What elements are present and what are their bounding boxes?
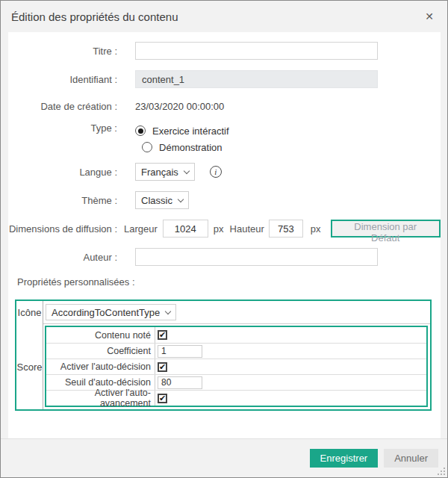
enregistrer-button[interactable]: Enregistrer xyxy=(310,449,379,468)
icone-select[interactable]: AccordingToContentType xyxy=(46,304,176,320)
icone-row: AccordingToContentType xyxy=(43,301,430,324)
hauteur-label: Hauteur xyxy=(230,223,264,235)
seuil-auto-decision-input[interactable] xyxy=(158,376,202,389)
dimensions-label: Dimensions de diffusion : xyxy=(8,223,117,235)
custom-properties-box: Icône Score AccordingToContentType Conte… xyxy=(15,299,432,411)
edit-content-properties-dialog: Édition des propriétés du contenu ✕ Titr… xyxy=(0,0,448,478)
type-label: Type : xyxy=(8,122,117,134)
largeur-unit: px xyxy=(214,223,224,235)
auteur-input[interactable] xyxy=(135,248,378,266)
close-icon[interactable]: ✕ xyxy=(422,10,437,23)
custom-properties-label-column: Icône Score xyxy=(16,301,43,409)
activer-auto-decision-checkbox[interactable] xyxy=(158,362,167,372)
radio-label: Démonstration xyxy=(159,142,223,153)
radio-icon[interactable] xyxy=(142,142,152,152)
theme-select[interactable]: Classic xyxy=(135,191,189,209)
identifiant-row: Identifiant : content_1 xyxy=(8,70,441,88)
theme-row: Thème : Classic xyxy=(8,191,441,209)
type-option-exercice-interactif[interactable]: Exercice intéractif xyxy=(135,122,229,139)
radio-label: Exercice intéractif xyxy=(152,125,229,137)
score-label: Score xyxy=(16,324,43,409)
theme-label: Thème : xyxy=(8,195,117,206)
score-row-label: Contenu noté xyxy=(46,327,155,343)
activer-auto-avancement-checkbox[interactable] xyxy=(158,394,167,403)
custom-properties-section-label: Propriétés personnalisées : xyxy=(17,276,441,288)
identifiant-label: Identifiant : xyxy=(8,74,117,85)
score-row-auto-decision: Activer l'auto-décision xyxy=(46,358,426,374)
custom-properties-content-column: AccordingToContentType Contenu noté Coef… xyxy=(43,301,430,409)
dimension-par-defaut-button[interactable]: Dimension par Défaut xyxy=(331,220,441,238)
coefficient-input[interactable] xyxy=(158,345,202,358)
titre-label: Titre : xyxy=(8,46,117,57)
date-creation-row: Date de création : 23/03/2020 00:00:00 xyxy=(8,99,441,114)
hauteur-unit: px xyxy=(311,223,321,235)
chevron-down-icon xyxy=(165,308,171,314)
largeur-input[interactable] xyxy=(163,220,208,238)
dialog-titlebar: Édition des propriétés du contenu ✕ xyxy=(1,1,447,32)
dimensions-row: Dimensions de diffusion : Largeur px Hau… xyxy=(8,220,441,238)
auteur-row: Auteur : xyxy=(8,248,441,266)
icone-selected-value: AccordingToContentType xyxy=(52,307,160,318)
resize-grip[interactable] xyxy=(438,468,445,475)
largeur-label: Largeur xyxy=(124,223,158,235)
date-creation-label: Date de création : xyxy=(8,101,117,112)
langue-label: Langue : xyxy=(8,167,117,178)
dialog-title: Édition des propriétés du contenu xyxy=(11,10,422,23)
hauteur-input[interactable] xyxy=(269,220,303,238)
type-option-demonstration[interactable]: Démonstration xyxy=(142,139,223,155)
identifiant-readonly-field: content_1 xyxy=(135,70,378,88)
icone-label: Icône xyxy=(16,301,43,324)
titre-row: Titre : xyxy=(8,42,441,60)
score-box: Contenu noté Coefficient Activer l'auto-… xyxy=(45,326,428,407)
date-creation-value: 23/03/2020 00:00:00 xyxy=(135,101,224,112)
dialog-footer: Enregistrer Annuler xyxy=(1,438,447,477)
langue-row: Langue : Français i xyxy=(8,163,441,181)
info-icon[interactable]: i xyxy=(210,166,222,178)
dialog-content-panel: Titre : Identifiant : content_1 Date de … xyxy=(8,32,441,440)
radio-icon[interactable] xyxy=(135,125,146,136)
titre-input[interactable] xyxy=(135,42,378,60)
auteur-label: Auteur : xyxy=(8,252,117,263)
score-row-contenu-note: Contenu noté xyxy=(46,327,426,343)
score-row-label: Activer l'auto-décision xyxy=(46,359,155,374)
chevron-down-icon xyxy=(178,196,184,202)
annuler-button[interactable]: Annuler xyxy=(384,449,438,468)
theme-selected-value: Classic xyxy=(141,195,172,206)
langue-selected-value: Français xyxy=(141,167,178,178)
contenu-note-checkbox[interactable] xyxy=(158,330,167,340)
score-row-label: Activer l'auto-avancement xyxy=(46,391,155,406)
chevron-down-icon xyxy=(184,167,190,173)
score-row-auto-avancement: Activer l'auto-avancement xyxy=(46,390,426,406)
score-row-coefficient: Coefficient xyxy=(46,343,426,358)
langue-select[interactable]: Français xyxy=(135,163,195,181)
score-row-label: Coefficient xyxy=(46,344,155,358)
type-row: Type : Exercice intéractif Démonstration xyxy=(8,122,441,155)
